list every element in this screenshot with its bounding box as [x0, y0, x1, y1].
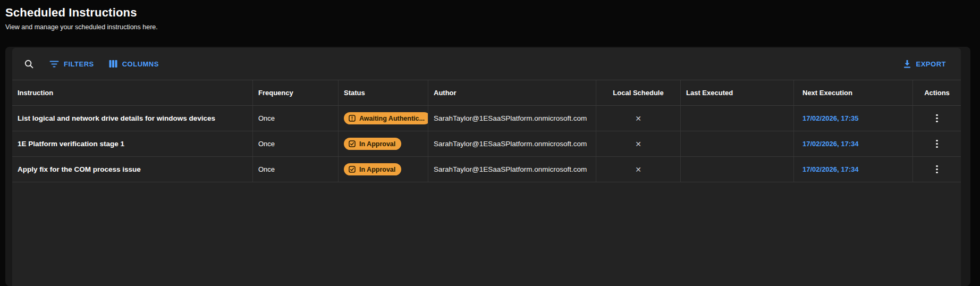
data-grid: FILTERS COLUMNS	[12, 48, 961, 286]
table-row[interactable]: List logical and network drive details f…	[12, 106, 961, 131]
status-cell: In Approval	[338, 157, 428, 182]
columns-icon	[109, 60, 117, 68]
actions-cell	[913, 106, 961, 131]
page-header: Scheduled Instructions View and manage y…	[5, 6, 158, 31]
row-actions-menu-icon[interactable]	[933, 111, 941, 126]
column-header-next-execution[interactable]: Next Execution	[793, 80, 913, 105]
status-badge-label: In Approval	[359, 166, 395, 173]
next-execution-link[interactable]: 17/02/2026, 17:34	[802, 140, 859, 148]
status-badge-label: In Approval	[359, 140, 395, 148]
search-icon	[24, 59, 34, 69]
column-header-frequency[interactable]: Frequency	[252, 80, 338, 105]
author-cell: SarahTaylor@1ESaaSPlatform.onmicrosoft.c…	[428, 157, 596, 182]
instruction-cell: Apply fix for the COM process issue	[12, 157, 252, 182]
author-cell: SarahTaylor@1ESaaSPlatform.onmicrosoft.c…	[428, 131, 596, 156]
column-header-author[interactable]: Author	[428, 80, 596, 105]
x-mark-icon: ✕	[635, 114, 641, 123]
row-actions-menu-icon[interactable]	[933, 162, 941, 177]
columns-button[interactable]: COLUMNS	[105, 56, 163, 71]
table-header-row: Instruction Frequency Status Author Loca…	[12, 80, 961, 106]
checkbox-checked-icon	[349, 166, 356, 173]
status-cell: In Approval	[338, 131, 428, 156]
frequency-cell: Once	[252, 106, 338, 131]
column-header-status[interactable]: Status	[338, 80, 428, 105]
table-row[interactable]: Apply fix for the COM process issue Once…	[12, 157, 961, 182]
filter-icon	[49, 61, 59, 68]
scheduled-instructions-card: FILTERS COLUMNS	[5, 47, 970, 286]
export-button[interactable]: EXPORT	[899, 56, 950, 72]
column-header-actions: Actions	[913, 80, 961, 105]
instruction-cell: List logical and network drive details f…	[12, 106, 252, 131]
next-execution-link[interactable]: 17/02/2026, 17:35	[802, 114, 859, 122]
frequency-cell: Once	[252, 131, 338, 156]
local-schedule-cell: ✕	[596, 106, 680, 131]
column-header-last-executed[interactable]: Last Executed	[680, 80, 793, 105]
download-icon	[903, 60, 911, 69]
status-cell: Awaiting Authentic...	[338, 106, 428, 131]
column-header-local-schedule[interactable]: Local Schedule	[596, 80, 680, 105]
frequency-cell: Once	[252, 157, 338, 182]
x-mark-icon: ✕	[635, 140, 641, 148]
next-execution-cell: 17/02/2026, 17:34	[793, 131, 913, 156]
instruction-cell: 1E Platform verification stage 1	[12, 131, 252, 156]
x-mark-icon: ✕	[635, 165, 641, 174]
last-executed-cell	[680, 106, 793, 131]
columns-button-label: COLUMNS	[122, 60, 159, 68]
column-header-instruction[interactable]: Instruction	[12, 80, 252, 105]
last-executed-cell	[680, 157, 793, 182]
author-cell: SarahTaylor@1ESaaSPlatform.onmicrosoft.c…	[428, 106, 596, 131]
export-button-label: EXPORT	[916, 60, 946, 68]
alert-square-icon	[349, 115, 356, 122]
status-badge[interactable]: In Approval	[344, 138, 401, 150]
page-title: Scheduled Instructions	[5, 6, 158, 20]
page-subtitle: View and manage your scheduled instructi…	[5, 23, 158, 31]
row-actions-menu-icon[interactable]	[933, 137, 941, 152]
status-badge[interactable]: Awaiting Authentic...	[344, 112, 428, 124]
status-badge-label: Awaiting Authentic...	[359, 115, 425, 122]
local-schedule-cell: ✕	[596, 131, 680, 156]
checkbox-checked-icon	[349, 140, 356, 147]
grid-toolbar: FILTERS COLUMNS	[12, 48, 961, 80]
actions-cell	[913, 131, 961, 156]
filters-button[interactable]: FILTERS	[45, 57, 98, 71]
next-execution-link[interactable]: 17/02/2026, 17:34	[802, 165, 859, 173]
table-row[interactable]: 1E Platform verification stage 1 Once In…	[12, 131, 961, 157]
last-executed-cell	[680, 131, 793, 156]
filters-button-label: FILTERS	[64, 60, 94, 68]
next-execution-cell: 17/02/2026, 17:35	[793, 106, 913, 131]
search-button[interactable]	[20, 55, 38, 73]
local-schedule-cell: ✕	[596, 157, 680, 182]
next-execution-cell: 17/02/2026, 17:34	[793, 157, 913, 182]
actions-cell	[913, 157, 961, 182]
status-badge[interactable]: In Approval	[344, 163, 401, 175]
